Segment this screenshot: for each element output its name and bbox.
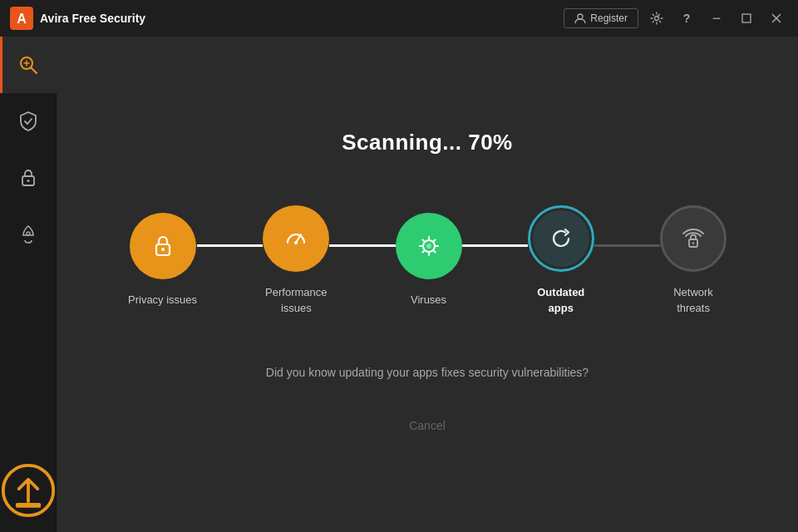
- step-privacy-issues: Privacy issues: [128, 213, 197, 308]
- step-network-threats: Networkthreats: [660, 205, 727, 315]
- virus-icon: [413, 230, 445, 262]
- title-bar: A Avira Free Security Register ? −: [0, 0, 798, 37]
- connector-4: [594, 244, 660, 247]
- svg-point-2: [578, 14, 583, 19]
- scan-icon: [17, 54, 39, 76]
- sidebar-item-performance[interactable]: [0, 206, 57, 263]
- minimize-button[interactable]: −: [705, 7, 728, 30]
- performance-icon-circle: [263, 205, 329, 272]
- svg-line-29: [422, 251, 424, 253]
- step-outdated-apps: Outdatedapps: [528, 205, 594, 315]
- step-privacy-label: Privacy issues: [128, 293, 197, 308]
- svg-line-8: [31, 68, 37, 74]
- app-title: Avira Free Security: [40, 12, 564, 25]
- sidebar-item-upgrade[interactable]: [0, 462, 57, 519]
- user-icon: [574, 12, 586, 24]
- svg-point-31: [692, 243, 694, 244]
- step-outdated-apps-label: Outdatedapps: [537, 285, 584, 315]
- connector-2: [329, 244, 395, 247]
- connector-3: [462, 244, 528, 247]
- shield-check-icon: [17, 111, 39, 132]
- connector-1: [197, 244, 263, 247]
- sidebar-item-privacy[interactable]: [0, 150, 57, 206]
- svg-rect-15: [15, 503, 40, 508]
- svg-line-26: [422, 240, 424, 242]
- svg-line-27: [433, 251, 435, 253]
- network-icon-circle: [660, 205, 727, 272]
- help-button[interactable]: ?: [675, 7, 698, 30]
- scan-title: Scanning... 70%: [342, 130, 512, 155]
- scan-info-text: Did you know updating your apps fixes se…: [266, 366, 589, 379]
- svg-point-3: [655, 17, 659, 21]
- restore-button[interactable]: [735, 7, 758, 30]
- virus-icon-circle: [396, 213, 462, 279]
- svg-point-21: [426, 244, 431, 249]
- sidebar-bottom: [0, 462, 57, 519]
- lock-icon: [17, 167, 39, 189]
- settings-button[interactable]: [645, 7, 668, 30]
- app-body: Scanning... 70% Privacy issues: [0, 37, 798, 532]
- avira-logo: A: [10, 7, 33, 30]
- refresh-icon: [545, 223, 577, 254]
- speedometer-icon: [280, 223, 312, 254]
- window-controls: Register ? −: [564, 7, 788, 30]
- svg-point-13: [27, 232, 30, 235]
- sidebar: [0, 37, 57, 532]
- main-content: Scanning... 70% Privacy issues: [57, 37, 798, 532]
- svg-point-12: [27, 180, 29, 182]
- privacy-icon-circle: [130, 213, 196, 279]
- step-viruses: Viruses: [396, 213, 462, 308]
- cancel-button[interactable]: Cancel: [389, 412, 466, 439]
- sidebar-item-scan[interactable]: [0, 37, 57, 93]
- rocket-icon: [17, 224, 39, 245]
- svg-rect-4: [742, 14, 751, 22]
- register-button[interactable]: Register: [564, 8, 638, 28]
- outdated-apps-icon-circle: [528, 205, 594, 272]
- lock-shield-icon: [147, 230, 179, 262]
- step-network-label: Networkthreats: [673, 285, 713, 315]
- svg-line-28: [433, 240, 435, 242]
- step-performance-issues: Performanceissues: [263, 205, 329, 315]
- sidebar-item-protection[interactable]: [0, 93, 57, 150]
- scan-steps: Privacy issues Performanceissues: [128, 205, 727, 315]
- upgrade-icon: [0, 462, 57, 519]
- close-button[interactable]: [765, 7, 788, 30]
- svg-point-19: [294, 241, 298, 244]
- step-viruses-label: Viruses: [411, 293, 446, 308]
- wifi-lock-icon: [677, 223, 709, 254]
- step-performance-label: Performanceissues: [265, 285, 327, 315]
- svg-text:A: A: [17, 12, 27, 26]
- svg-point-17: [161, 248, 165, 251]
